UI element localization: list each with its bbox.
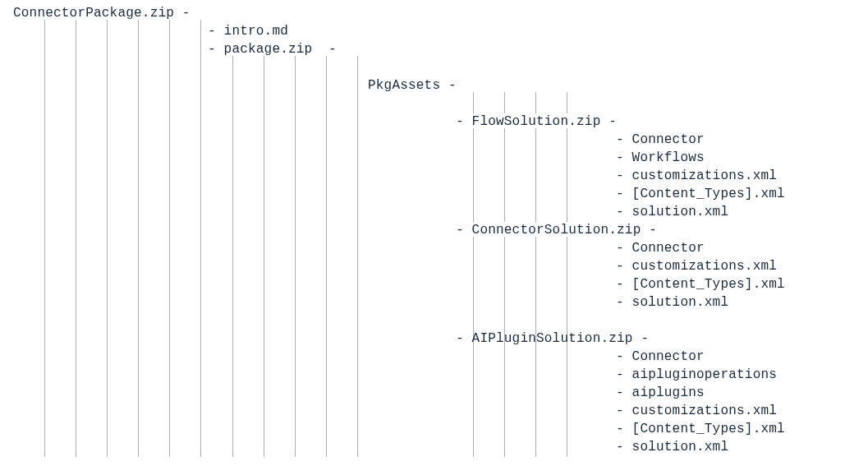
guide-bar xyxy=(326,237,327,258)
guide-bar xyxy=(138,363,139,385)
guide-bar xyxy=(473,436,474,457)
guide-bar xyxy=(232,92,233,113)
guide-bar xyxy=(169,309,170,330)
guide-bar xyxy=(295,436,296,457)
guide-bar xyxy=(473,237,474,258)
guide-bar xyxy=(169,74,170,95)
guide-bar xyxy=(169,20,170,41)
guide-bar xyxy=(567,255,567,276)
guide-bar xyxy=(567,436,567,457)
guide-bar xyxy=(76,201,76,222)
guide-bar xyxy=(504,363,505,385)
guide-bar xyxy=(535,363,536,385)
guide-bar xyxy=(326,363,327,385)
guide-bar xyxy=(295,92,296,113)
guide-bar xyxy=(567,363,567,385)
guide-bar xyxy=(504,418,505,439)
guide-bar xyxy=(138,237,139,258)
guide-bar xyxy=(567,92,567,113)
guide-bar xyxy=(357,182,358,204)
guide-bar xyxy=(200,418,201,439)
guide-bar xyxy=(326,291,327,312)
tree-line: - customizations.xml xyxy=(7,256,861,275)
guide-bar xyxy=(264,56,264,77)
guide-bar xyxy=(504,273,505,294)
guide-bar xyxy=(138,182,139,204)
guide-bar xyxy=(357,255,358,276)
guide-bar xyxy=(326,418,327,439)
guide-bar xyxy=(295,291,296,312)
guide-bar xyxy=(169,255,170,276)
guide-bar xyxy=(76,56,76,77)
guide-bar xyxy=(169,363,170,385)
guide-bar xyxy=(200,399,201,421)
tree-line: - Connector xyxy=(7,130,861,148)
guide-bar xyxy=(44,436,45,457)
guide-bar xyxy=(535,255,536,276)
guide-bar xyxy=(200,38,201,59)
guide-bar xyxy=(44,219,45,240)
guide-bar xyxy=(107,327,108,348)
guide-bar xyxy=(535,237,536,258)
guide-bar xyxy=(567,182,567,204)
guide-bar xyxy=(357,237,358,258)
guide-bar xyxy=(295,418,296,439)
guide-bar xyxy=(44,237,45,258)
tree-line: - FlowSolution.zip - xyxy=(7,112,861,130)
tree-line: - [Content_Types].xml xyxy=(7,419,861,437)
guide-bar xyxy=(76,345,76,367)
guide-bar xyxy=(76,363,76,385)
guide-bar xyxy=(169,146,170,168)
guide-bar xyxy=(326,128,327,150)
guide-bar xyxy=(107,273,108,294)
guide-bar xyxy=(326,182,327,204)
guide-bar xyxy=(200,237,201,258)
guide-bar xyxy=(200,219,201,240)
guide-bar xyxy=(76,291,76,312)
guide-bar xyxy=(107,110,108,131)
guide-bar xyxy=(567,146,567,168)
tree-line: - [Content_Types].xml xyxy=(7,184,861,202)
guide-bar xyxy=(107,164,108,186)
guide-bar xyxy=(535,345,536,367)
guide-bar xyxy=(326,146,327,168)
guide-bar xyxy=(169,201,170,222)
tree-line: - Workflows xyxy=(7,148,861,166)
guide-bar xyxy=(357,146,358,168)
guide-bar xyxy=(535,201,536,222)
guide-bar xyxy=(107,436,108,457)
guide-bar xyxy=(473,164,474,186)
guide-bar xyxy=(504,92,505,113)
guide-bar xyxy=(232,291,233,312)
guide-bar xyxy=(138,273,139,294)
guide-bar xyxy=(107,146,108,168)
guide-bar xyxy=(357,436,358,457)
guide-bar xyxy=(264,201,264,222)
tree-line: - aipluginoperations xyxy=(7,365,861,383)
guide-bar xyxy=(169,273,170,294)
guide-bar xyxy=(473,273,474,294)
guide-bar xyxy=(76,20,76,41)
guide-bar xyxy=(76,110,76,131)
guide-bar xyxy=(295,381,296,403)
guide-bar xyxy=(264,164,264,186)
guide-bar xyxy=(169,291,170,312)
guide-bar xyxy=(295,201,296,222)
guide-bar xyxy=(357,273,358,294)
guide-bar xyxy=(138,164,139,186)
guide-bar xyxy=(76,436,76,457)
guide-bar xyxy=(295,110,296,131)
guide-bar xyxy=(138,56,139,77)
tree-line: - Connector xyxy=(7,347,861,365)
guide-bar xyxy=(169,92,170,113)
guide-bar xyxy=(200,273,201,294)
guide-bar xyxy=(535,146,536,168)
guide-bar xyxy=(44,74,45,95)
guide-bar xyxy=(295,219,296,240)
guide-bar xyxy=(264,92,264,113)
guide-bar xyxy=(357,291,358,312)
guide-bar xyxy=(138,291,139,312)
guide-bar xyxy=(200,201,201,222)
tree-view: ConnectorPackage.zip -- intro.md- packag… xyxy=(7,3,861,455)
guide-bar xyxy=(264,399,264,421)
